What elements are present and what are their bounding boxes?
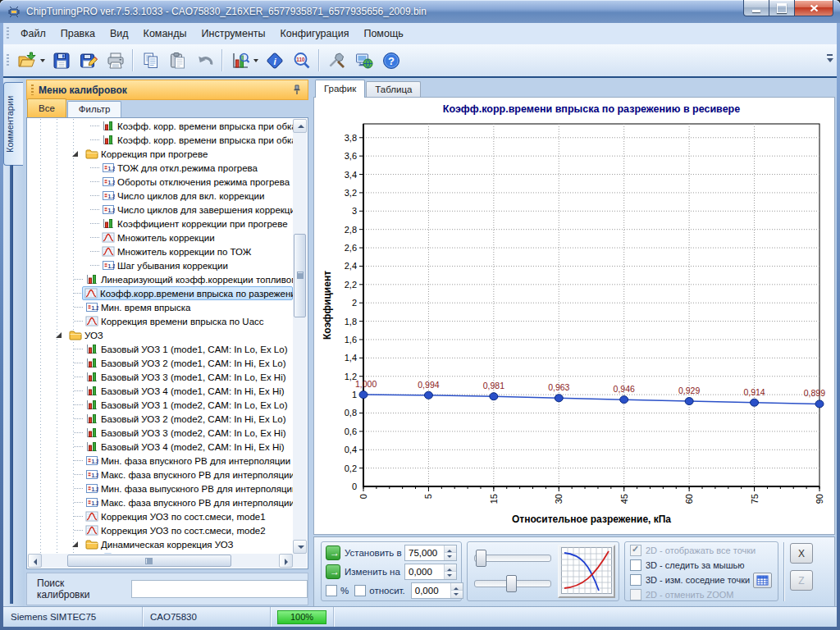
tree-item-9[interactable]: Множитель коррекции — [28, 231, 293, 244]
curve-preview-button[interactable] — [558, 545, 615, 598]
expander-icon[interactable] — [56, 332, 62, 338]
save-as-button[interactable] — [75, 48, 101, 73]
tree-item-18[interactable]: Базовый УОЗ 2 (mode1, CAM: In Hi, Ex Lo) — [28, 356, 293, 370]
online-button[interactable] — [351, 48, 377, 73]
scroll-right-icon[interactable] — [279, 554, 293, 568]
tree-item-28[interactable]: 1.2Макс. фаза впускного РВ для интерполя… — [28, 495, 293, 509]
open-file-dropdown-icon[interactable] — [40, 59, 45, 62]
menu-item-4[interactable]: Команды — [136, 25, 194, 43]
tree-horizontal-scrollbar[interactable] — [28, 554, 293, 568]
tree-item-30[interactable]: Коррекция УОЗ по сост.смеси, mode2 — [28, 523, 293, 537]
scroll-down-icon[interactable] — [293, 540, 307, 554]
spin-down-icon[interactable] — [451, 591, 463, 598]
apply-set-button[interactable] — [326, 546, 340, 560]
z-axis-button[interactable]: Z — [790, 570, 813, 591]
spin-up-icon[interactable] — [445, 546, 456, 554]
tree-item-27[interactable]: 1.2Мин. фаза выпускного РВ для интерполя… — [28, 482, 293, 495]
expander-icon[interactable] — [72, 541, 78, 547]
menu-item-7[interactable]: Помощь — [356, 25, 410, 43]
tree-item-1[interactable]: Коэфф. корр. времени впрыска при обкат — [28, 119, 293, 133]
help-button[interactable]: ? — [378, 48, 404, 73]
apply-change-button[interactable] — [326, 564, 340, 579]
tree-item-13[interactable]: Коэфф.корр.времени впрыска по разрежению — [28, 286, 293, 300]
slider-thumb[interactable] — [506, 575, 517, 592]
tree-item-3[interactable]: Коррекция при прогреве — [28, 147, 293, 161]
tree-item-4[interactable]: 1.2ТОЖ для откл.режима прогрева — [28, 161, 293, 175]
ws-tab-график[interactable]: График — [315, 80, 365, 98]
scroll-left-icon[interactable] — [28, 554, 42, 568]
slider-thumb[interactable] — [476, 550, 486, 567]
ws-tab-таблица[interactable]: Таблица — [366, 81, 421, 97]
tree-item-26[interactable]: 1.2Макс. фаза впускного РВ для интерполя… — [28, 468, 293, 482]
close-button[interactable] — [795, 0, 833, 16]
menu-item-2[interactable]: Правка — [53, 25, 103, 43]
cal-tab-все[interactable]: Все — [27, 98, 66, 117]
slider-2[interactable] — [474, 580, 551, 587]
tree-item-17[interactable]: Базовый УОЗ 1 (mode1, CAM: In Lo, Ex Lo) — [28, 342, 293, 356]
percent-checkbox[interactable] — [326, 585, 337, 596]
tree-item-19[interactable]: Базовый УОЗ 3 (mode1, CAM: In Lo, Ex Hi) — [28, 370, 293, 384]
tree-item-15[interactable]: Коррекция времени впрыска по Uacc — [28, 314, 293, 328]
pin-icon[interactable] — [292, 84, 302, 95]
tree-item-14[interactable]: 1.2Мин. время впрыска — [28, 300, 293, 314]
tree-item-2[interactable]: Коэфф. корр. времени впрыска при обкат — [28, 133, 293, 147]
spin-down-icon[interactable] — [445, 572, 456, 579]
print-button[interactable] — [103, 48, 128, 73]
x-axis-button[interactable]: X — [790, 543, 813, 564]
comments-tab[interactable]: Комментарии — [3, 82, 23, 166]
edit-table-button[interactable] — [753, 573, 772, 588]
menu-item-5[interactable]: Инструменты — [194, 25, 273, 43]
tree-item-22[interactable]: Базовый УОЗ 2 (mode2, CAM: In Hi, Ex Lo) — [28, 412, 293, 426]
tools-button[interactable] — [324, 48, 349, 73]
option-checkbox-4[interactable] — [630, 589, 641, 600]
copy-button[interactable] — [138, 48, 163, 73]
set-to-spinbox[interactable]: 75,000 — [404, 545, 457, 561]
tree-item-7[interactable]: 1.2Число циклов для завершения коррекции — [28, 203, 293, 217]
option-checkbox-1[interactable] — [630, 545, 641, 556]
toolbar-overflow-button[interactable] — [825, 52, 834, 67]
tree-item-31[interactable]: Динамическая коррекция УОЗ — [28, 537, 293, 551]
tree-item-21[interactable]: Базовый УОЗ 1 (mode2, CAM: In Lo, Ex Lo) — [28, 398, 293, 412]
change-by-spinbox[interactable]: 0,000 — [404, 564, 457, 580]
horizontal-scroll-thumb[interactable] — [67, 555, 231, 567]
tree-item-25[interactable]: 1.2Мин. фаза впускного РВ для интерполяц… — [28, 454, 293, 468]
relative-spinbox[interactable]: 0,000 — [411, 582, 463, 599]
tree-item-20[interactable]: Базовый УОЗ 4 (mode1, CAM: In Hi, Ex Hi) — [28, 384, 293, 398]
paste-button[interactable] — [165, 48, 190, 73]
undo-button[interactable] — [192, 48, 217, 73]
chart-view-button[interactable] — [227, 48, 253, 73]
tree-item-5[interactable]: 1.2Обороты отключения режима прогрева — [28, 175, 293, 189]
maximize-button[interactable] — [769, 0, 795, 16]
open-file-button[interactable] — [14, 48, 39, 73]
tree-item-6[interactable]: 1.2Число циклов для вкл. коррекции — [28, 189, 293, 203]
option-checkbox-3[interactable] — [630, 574, 641, 586]
tree-item-10[interactable]: Множитель коррекции по ТОЖ — [28, 244, 293, 258]
tree-item-11[interactable]: 1.2Шаг убывания коррекции — [28, 258, 293, 272]
save-button[interactable] — [48, 48, 74, 73]
option-checkbox-2[interactable] — [630, 559, 641, 571]
calibration-search-input[interactable] — [131, 580, 308, 598]
tree-item-24[interactable]: Базовый УОЗ 4 (mode2, CAM: In Hi, Ex Hi) — [28, 440, 293, 454]
slider-1[interactable] — [474, 555, 551, 562]
menu-item-1[interactable]: Файл — [13, 25, 53, 43]
scroll-up-icon[interactable] — [293, 119, 307, 133]
relative-checkbox[interactable] — [354, 585, 366, 596]
tree-vertical-scrollbar[interactable] — [293, 119, 307, 554]
info-button[interactable]: i — [262, 48, 287, 73]
expander-icon[interactable] — [72, 151, 78, 157]
menu-item-3[interactable]: Вид — [103, 25, 136, 43]
tree-item-29[interactable]: Коррекция УОЗ по сост.смеси, mode1 — [28, 509, 293, 523]
tree-item-8[interactable]: Коэффициент коррекции при прогреве — [28, 217, 293, 231]
spin-up-icon[interactable] — [451, 583, 463, 591]
chart-svg[interactable]: 0,20,40,60,811,21,41,61,822,22,42,62,833… — [319, 99, 828, 529]
spin-down-icon[interactable] — [445, 553, 456, 560]
vertical-scroll-thumb[interactable] — [294, 234, 306, 317]
menu-item-6[interactable]: Конфигурация — [273, 25, 357, 43]
minimize-button[interactable] — [743, 0, 769, 16]
tree-item-12[interactable]: Линеаризующий коэфф.коррекции топливопо — [28, 272, 293, 286]
tree-item-16[interactable]: УОЗ — [28, 328, 293, 342]
chart-view-dropdown-icon[interactable] — [253, 59, 258, 62]
spin-up-icon[interactable] — [445, 564, 456, 573]
zoom-button[interactable]: 110 — [289, 48, 314, 73]
cal-tab-фильтр[interactable]: Фильтр — [67, 101, 122, 117]
